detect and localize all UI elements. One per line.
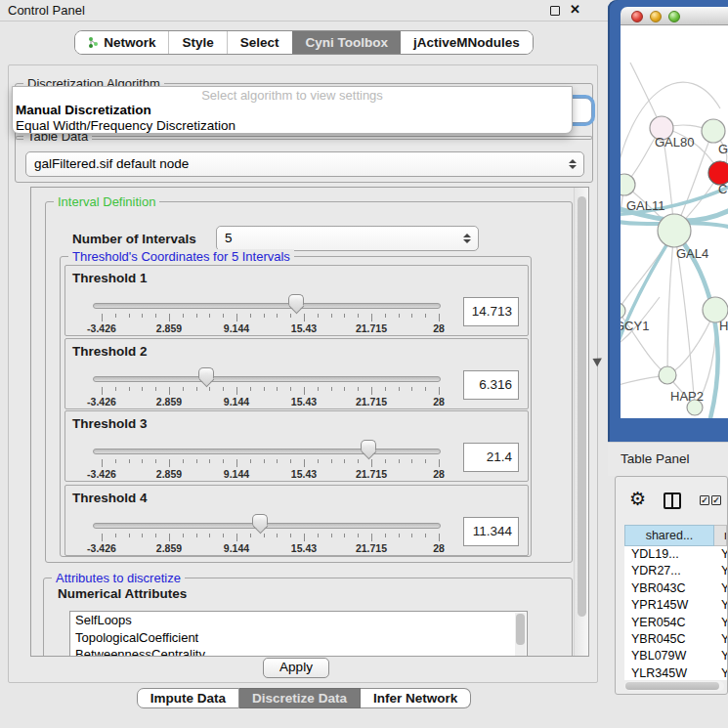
attributes-group-label: Attributes to discretize	[52, 571, 185, 585]
threshold-2-label: Threshold 2	[72, 344, 148, 359]
table-row[interactable]: YER054CYER0	[624, 615, 727, 631]
table-row[interactable]: YDR27...YDR2	[624, 563, 727, 579]
threshold-3-slider-track[interactable]	[93, 449, 441, 454]
tick-mark	[142, 459, 143, 463]
table-hscroll-thumb[interactable]	[625, 682, 719, 690]
tab-style[interactable]: Style	[168, 31, 226, 54]
tab-network[interactable]: Network	[75, 31, 168, 54]
attribute-list-item[interactable]: SelfLoops	[70, 612, 527, 629]
tab-infer-network[interactable]: Infer Network	[361, 688, 471, 708]
threshold-4-panel: Threshold 4 -3.4262.8599.14415.4321.7152…	[64, 485, 529, 556]
threshold-1-slider-track[interactable]	[93, 303, 441, 309]
column-header-shared-name[interactable]: shared...	[624, 525, 714, 546]
tick-mark	[250, 387, 251, 391]
tick-label: 21.715	[356, 322, 387, 334]
tick-mark	[331, 459, 332, 463]
checkbox-icon[interactable]: ✓	[711, 495, 721, 505]
tab-jactivemnodules[interactable]: jActiveMNodules	[401, 31, 533, 54]
tick-mark	[115, 459, 116, 463]
node-gcy1[interactable]	[621, 303, 625, 319]
number-of-intervals-spinner[interactable]: 5	[216, 226, 479, 251]
node-label-partial-ga: GA	[718, 142, 728, 156]
columns-icon[interactable]	[664, 492, 681, 509]
settings-scroll-area: Interval Definition Number of Intervals …	[30, 187, 589, 657]
table-data-combo[interactable]: galFiltered.sif default node	[25, 151, 584, 177]
attributes-list-scrollbar[interactable]	[515, 613, 526, 656]
table-row[interactable]: YBR045CYBR0	[624, 631, 727, 648]
threshold-3-slider-knob[interactable]	[361, 440, 376, 451]
table-horizontal-scrollbar[interactable]	[624, 681, 724, 691]
tick-mark	[371, 387, 372, 395]
table-panel-title: Table Panel	[621, 451, 690, 466]
tick-label: 2.859	[156, 322, 182, 334]
table-row[interactable]: YDL19...YDL1	[624, 546, 727, 563]
threshold-3-label: Threshold 3	[72, 416, 148, 431]
tick-mark	[399, 314, 400, 318]
tick-mark	[277, 387, 278, 391]
threshold-1-slider-knob[interactable]	[288, 294, 304, 306]
table-row[interactable]: YBL079WYBL0	[624, 648, 727, 664]
cell-name: YER0	[714, 615, 727, 631]
cell-shared-name: YDL19...	[624, 546, 714, 563]
tick-mark	[344, 387, 345, 391]
tab-cyni-toolbox[interactable]: Cyni Toolbox	[292, 31, 402, 54]
tab-select[interactable]: Select	[227, 31, 292, 54]
tick-mark	[439, 314, 440, 321]
close-icon[interactable]: ✕	[570, 2, 580, 17]
tick-mark	[183, 459, 184, 463]
threshold-4-slider-knob[interactable]	[252, 514, 268, 526]
threshold-2-slider-track[interactable]	[93, 376, 441, 382]
traffic-lights	[621, 7, 728, 22]
tick-mark	[196, 459, 197, 463]
tick-mark	[155, 534, 156, 537]
threshold-3-value-field[interactable]: 21.4	[463, 443, 519, 472]
node-hap2[interactable]	[659, 366, 676, 384]
close-window-button[interactable]	[631, 11, 643, 22]
tick-mark	[277, 459, 278, 463]
tick-mark	[385, 459, 386, 463]
tick-mark	[183, 314, 184, 318]
threshold-1-value-field[interactable]: 14.713	[463, 297, 519, 326]
tick-label: -3.426	[87, 468, 116, 480]
gear-icon[interactable]: ⚙	[629, 490, 646, 508]
tick-label: 15.43	[291, 468, 317, 480]
tab-impute-data[interactable]: Impute Data	[137, 688, 239, 708]
attribute-list-item[interactable]: BetweennessCentrality	[70, 646, 527, 657]
tab-discretize-data[interactable]: Discretize Data	[239, 688, 361, 708]
tick-mark	[344, 459, 345, 463]
tick-mark	[155, 314, 156, 318]
checkbox-icon[interactable]: ✓	[700, 495, 709, 505]
table-row[interactable]: YBR043CYBR0	[624, 580, 727, 597]
node-top-right[interactable]	[702, 119, 725, 143]
cell-shared-name: YPR145W	[624, 597, 714, 614]
tick-label: 2.859	[156, 468, 182, 480]
tick-mark	[385, 534, 386, 537]
attributes-list-scroll-thumb[interactable]	[516, 614, 525, 645]
tick-mark	[304, 387, 305, 395]
settings-scroll-thumb[interactable]	[578, 196, 586, 617]
tick-mark	[209, 534, 210, 537]
algorithm-option-equal-width[interactable]: Equal Width/Frequency Discretization	[13, 118, 572, 134]
cell-name: YBR0	[714, 580, 727, 597]
table-row[interactable]: YLR345WYLR3	[624, 665, 727, 680]
threshold-4-value-field[interactable]: 11.344	[463, 517, 519, 546]
attribute-list-item[interactable]: TopologicalCoefficient	[70, 629, 527, 647]
algorithm-option-manual[interactable]: Manual Discretization	[13, 103, 572, 118]
attributes-group: Attributes to discretize Numerical Attri…	[43, 578, 573, 657]
tick-mark	[318, 459, 319, 463]
threshold-2-value-field[interactable]: 6.316	[463, 370, 519, 400]
minimize-window-button[interactable]	[650, 11, 662, 22]
network-canvas: GAL80 GA GAL11 C GAL4 GCY1 H HAP2	[621, 25, 728, 418]
apply-button[interactable]: Apply	[263, 658, 329, 678]
node-gal4[interactable]	[658, 214, 691, 247]
settings-vertical-scrollbar[interactable]	[574, 188, 588, 656]
float-window-icon[interactable]	[550, 6, 560, 16]
table-row[interactable]: YPR145WYPR1	[624, 597, 727, 614]
tick-mark	[290, 459, 291, 463]
threshold-2-slider-knob[interactable]	[198, 367, 214, 379]
column-header-name[interactable]: na	[714, 525, 727, 546]
cell-shared-name: YLR345W	[624, 665, 714, 680]
zoom-window-button[interactable]	[668, 11, 680, 22]
threshold-2-ticks	[102, 387, 439, 395]
tick-mark	[223, 387, 224, 391]
